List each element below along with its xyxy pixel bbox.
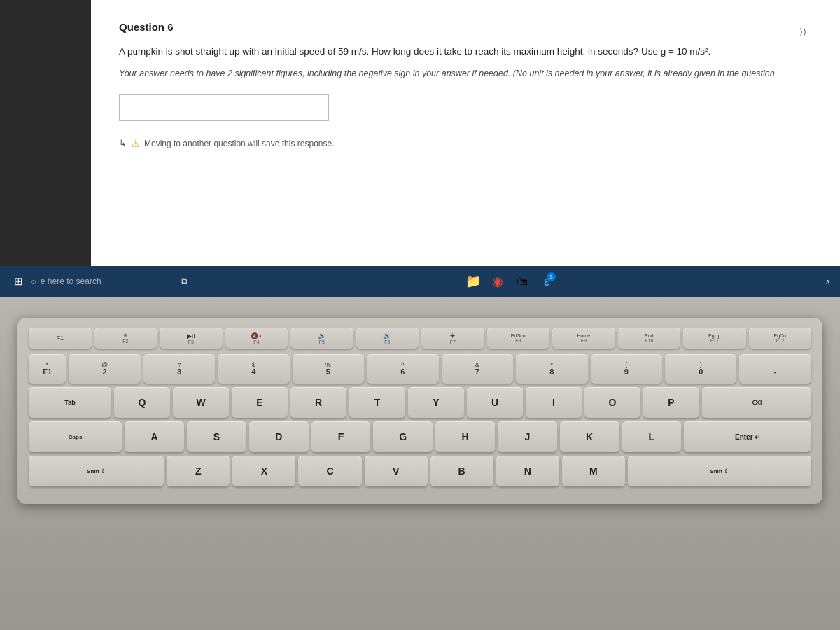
question-title: Question 6 [119,21,812,33]
question-subtext: Your answer needs to have 2 significant … [119,66,812,80]
close-button[interactable]: ⟩⟩ [799,27,806,37]
key-r[interactable]: R [290,387,346,418]
key-f5[interactable]: 🔉 F5 [290,328,354,349]
key-t[interactable]: T [349,387,405,418]
chrome-button[interactable]: ◉ [486,270,509,293]
key-a[interactable]: A [125,421,184,452]
key-shift-right[interactable]: Shift ⇧ [628,456,811,486]
key-m[interactable]: M [562,456,625,486]
key-0[interactable]: ) 0 [665,354,736,384]
key-2[interactable]: @ 2 [69,354,140,384]
key-caps[interactable]: Caps [29,421,122,452]
key-b[interactable]: B [430,456,493,486]
taskview-icon: ⧉ [181,276,187,287]
key-tab[interactable]: Tab [29,387,111,418]
taskbar-left: ⊞ ○ e here to search ⧉ [7,270,195,293]
key-enter[interactable]: Enter ↵ [684,421,811,452]
search-text: e here to search [41,276,102,286]
notification-badge: 3 [547,272,556,281]
key-f8[interactable]: PrtScn F8 [487,328,550,349]
key-7[interactable]: & 7 [442,354,513,384]
key-d[interactable]: D [249,421,309,452]
taskbar: ⊞ ○ e here to search ⧉ 📁 ◉ 🛍 ε 3 ∧ [0,266,840,297]
key-o[interactable]: O [584,387,640,418]
key-5[interactable]: % 5 [293,354,364,384]
keyboard-area: F1 ✳ F2 ▶II F3 🔇× F4 🔉 F5 🔊 F6 [0,297,840,630]
key-shift-left[interactable]: Shift ⇧ [29,456,164,486]
key-n[interactable]: N [496,456,559,486]
key-f[interactable]: F [312,421,371,452]
key-e[interactable]: E [232,387,288,418]
key-f7[interactable]: ☀ F7 [421,328,484,349]
key-backspace[interactable]: ⌫ [702,387,811,418]
question-text: A pumpkin is shot straight up with an in… [119,44,812,59]
key-f11[interactable]: PgUp F11 [683,328,746,349]
store-icon: 🛍 [517,275,528,288]
warning-icon: ⚠ [131,138,140,149]
save-notice: ↳ ⚠ Moving to another question will save… [119,138,812,149]
windows-start-button[interactable]: ⊞ [7,270,29,293]
key-minus[interactable]: — - [739,354,811,384]
key-f4[interactable]: 🔇× F4 [225,328,288,349]
keyboard: F1 ✳ F2 ▶II F3 🔇× F4 🔉 F5 🔊 F6 [18,318,822,504]
chrome-icon: ◉ [492,274,503,289]
key-f12[interactable]: PgDn F12 [749,328,812,349]
key-f9[interactable]: Home F9 [552,328,615,349]
key-f10[interactable]: End F10 [618,328,681,349]
search-icon: ○ [31,276,36,287]
key-l[interactable]: L [622,421,682,452]
key-h[interactable]: H [435,421,495,452]
content-area: ⟩⟩ Question 6 A pumpkin is shot straight… [91,0,840,266]
key-v[interactable]: V [365,456,428,486]
key-q[interactable]: Q [114,387,170,418]
key-8[interactable]: * 8 [516,354,587,384]
key-6[interactable]: ^ 6 [367,354,438,384]
save-notice-text: Moving to another question will save thi… [144,139,334,148]
key-s[interactable]: S [187,421,246,452]
taskbar-right: ∧ [825,278,833,286]
key-i[interactable]: I [526,387,582,418]
screen: ⟩⟩ Question 6 A pumpkin is shot straight… [0,0,840,294]
key-j[interactable]: J [498,421,557,452]
key-c[interactable]: C [298,456,361,486]
file-explorer-button[interactable]: 📁 [462,270,484,293]
folder-icon: 📁 [465,274,481,289]
key-3[interactable]: # 3 [144,354,215,384]
edge-button[interactable]: ε 3 [536,270,558,293]
answer-input[interactable] [119,94,329,121]
key-k[interactable]: K [560,421,620,452]
arrow-icon: ↳ [119,138,127,148]
key-u[interactable]: U [467,387,523,418]
key-1[interactable]: * F1 [29,354,66,384]
key-f3[interactable]: ▶II F3 [160,328,223,349]
key-f1[interactable]: F1 [29,328,92,349]
key-f2[interactable]: ✳ F2 [94,328,158,349]
key-9[interactable]: ( 9 [591,354,662,384]
function-row: F1 ✳ F2 ▶II F3 🔇× F4 🔉 F5 🔊 F6 [29,328,811,349]
key-g[interactable]: G [373,421,433,452]
key-p[interactable]: P [643,387,699,418]
key-f6[interactable]: 🔊 F6 [356,328,419,349]
key-x[interactable]: X [232,456,295,486]
taskview-button[interactable]: ⧉ [172,270,195,293]
chevron-up-icon[interactable]: ∧ [825,278,830,286]
taskbar-center: 📁 ◉ 🛍 ε 3 [197,270,822,293]
qwerty-row: Tab Q W E R T Y U I O P ⌫ [29,387,811,418]
asdf-row: Caps A S D F G H J K L Enter ↵ [29,421,811,452]
number-row: * F1 @ 2 # 3 $ 4 % 5 ^ 6 [29,354,811,384]
zxcv-row: Shift ⇧ Z X C V B N M Shift ⇧ [29,456,811,486]
store-button[interactable]: 🛍 [511,270,533,293]
key-z[interactable]: Z [167,456,230,486]
search-button[interactable]: ○ e here to search [31,270,171,293]
key-w[interactable]: W [173,387,229,418]
key-4[interactable]: $ 4 [218,354,289,384]
left-panel [0,0,91,266]
key-y[interactable]: Y [408,387,464,418]
